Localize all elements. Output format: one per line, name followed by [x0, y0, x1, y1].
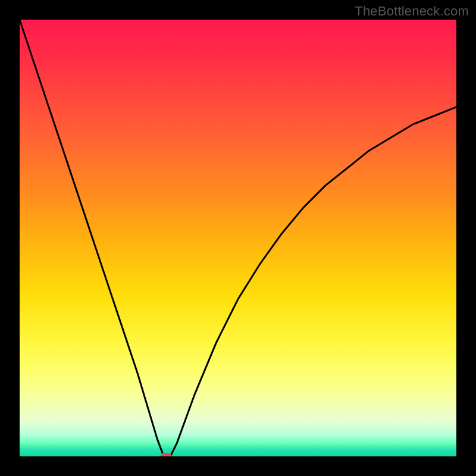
- plot-area: [20, 20, 456, 456]
- bottleneck-curve: [20, 20, 456, 456]
- curve-svg: [20, 20, 456, 456]
- watermark-label: TheBottleneck.com: [355, 4, 469, 19]
- bottleneck-marker: [160, 453, 171, 456]
- chart-frame: TheBottleneck.com: [0, 0, 476, 476]
